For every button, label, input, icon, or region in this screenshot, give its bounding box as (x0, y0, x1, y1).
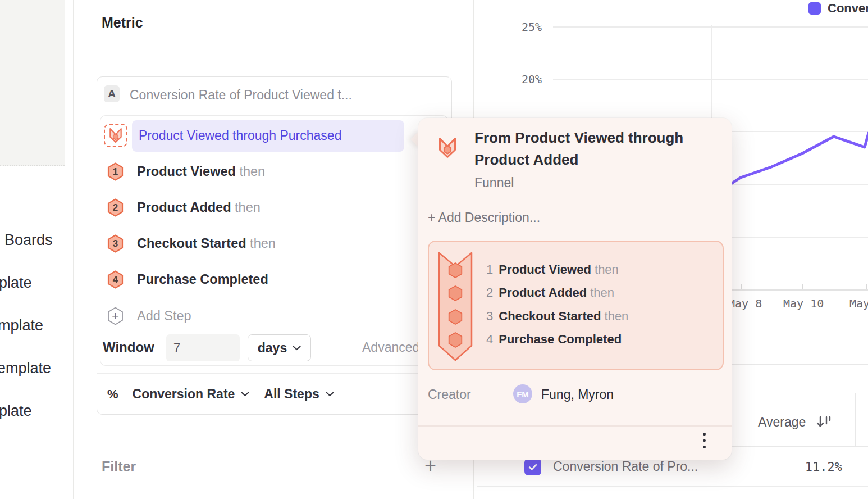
sidebar-item-boards[interactable]: Boards (4, 232, 53, 249)
sidebar-item-template-1[interactable]: plate (0, 274, 32, 292)
legend-label: Conver (828, 1, 868, 16)
table-row-label[interactable]: Conversion Rate of Pro... (553, 459, 698, 474)
step-3-name: Checkout Started (137, 236, 246, 251)
funnel-step-row-1[interactable]: 1 Product Viewed then (107, 162, 265, 181)
table-row-divider (477, 486, 868, 487)
avatar: FM (513, 384, 532, 403)
kebab-menu-icon[interactable] (703, 433, 706, 448)
filter-section-heading: Filter (102, 459, 136, 475)
window-unit-select[interactable]: days (248, 334, 311, 361)
funnel-ribbon-icon (438, 251, 473, 365)
popover-step-2: 2Product Added then (486, 285, 614, 300)
step-2-name: Product Added (137, 200, 231, 215)
series-title[interactable]: Conversion Rate of Product Viewed t... (130, 88, 352, 103)
popover-step-3: 3Checkout Started then (486, 309, 628, 324)
chevron-down-icon[interactable] (241, 392, 249, 397)
chevron-down-icon[interactable] (326, 392, 334, 397)
step-3-suffix: then (250, 236, 276, 251)
steps-scope-dropdown[interactable]: All Steps (264, 387, 319, 402)
step-2-suffix: then (235, 200, 261, 215)
sidebar-item-template-2[interactable]: mplate (0, 317, 43, 334)
sort-descending-icon[interactable] (815, 414, 832, 432)
sidebar-item-template-4[interactable]: plate (0, 402, 32, 420)
table-row-average-value: 11.2% (775, 460, 842, 474)
x-axis-label-may12: May (849, 297, 868, 310)
chart-legend[interactable]: Conver (808, 1, 868, 16)
funnel-step-row-3[interactable]: 3 Checkout Started then (107, 234, 276, 253)
chevron-down-icon (293, 346, 301, 351)
funnel-step-row-4[interactable]: 4 Purchase Completed (107, 270, 268, 289)
step-1-hexagon-icon: 1 (107, 162, 124, 181)
add-step-label: Add Step (137, 309, 191, 324)
sidebar-collapsed-section (0, 0, 65, 166)
row-checkbox-checked[interactable] (524, 459, 541, 475)
step-4-hexagon-icon: 4 (107, 270, 124, 289)
x-tick-may8 (741, 284, 742, 289)
popover-step-1: 1Product Viewed then (486, 262, 619, 277)
app-root: Boards plate mplate emplate plate Metric… (0, 0, 868, 499)
step-3-hexagon-icon: 3 (107, 234, 124, 253)
add-step-hexagon-icon: + (107, 307, 124, 325)
x-axis-label-may8: May 8 (728, 297, 762, 310)
popover-title: From Product Viewed through Product Adde… (474, 127, 705, 171)
y-axis-label-20: 20% (508, 72, 542, 86)
popover-step-4: 4Purchase Completed (486, 332, 622, 347)
card-divider (97, 373, 451, 374)
window-value-input[interactable] (166, 334, 240, 361)
table-column-divider (855, 393, 856, 446)
step-4-name: Purchase Completed (137, 272, 268, 287)
legend-color-swatch (808, 2, 821, 15)
step-1-suffix: then (239, 164, 265, 179)
funnel-step-row-2[interactable]: 2 Product Added then (107, 198, 261, 217)
add-step-button[interactable]: + Add Step (107, 307, 191, 325)
add-description-button[interactable]: + Add Description... (428, 210, 540, 225)
y-axis-label-25: 25% (508, 20, 542, 34)
funnel-icon[interactable] (104, 124, 127, 147)
popover-type-label: Funnel (474, 175, 514, 190)
average-column-header[interactable]: Average (758, 415, 806, 430)
funnel-icon (437, 137, 458, 161)
selected-funnel-label[interactable]: Product Viewed through Purchased (139, 128, 341, 143)
sidebar-item-template-3[interactable]: emplate (0, 360, 51, 377)
creator-label: Creator (428, 387, 471, 402)
x-tick-may10 (802, 284, 803, 289)
series-badge: A (104, 85, 120, 102)
popover-footer-divider (418, 425, 732, 427)
x-axis-label-may10: May 10 (783, 297, 824, 310)
measured-as-dropdown[interactable]: Conversion Rate (133, 387, 235, 402)
advanced-link[interactable]: Advanced (362, 340, 419, 355)
step-1-name: Product Viewed (137, 164, 236, 179)
creator-name: Fung, Myron (541, 387, 614, 402)
x-tick-may12 (866, 284, 867, 289)
step-2-hexagon-icon: 2 (107, 198, 124, 217)
metric-section-heading: Metric (102, 15, 143, 31)
percent-icon: % (107, 387, 118, 402)
window-label: Window (103, 339, 154, 355)
